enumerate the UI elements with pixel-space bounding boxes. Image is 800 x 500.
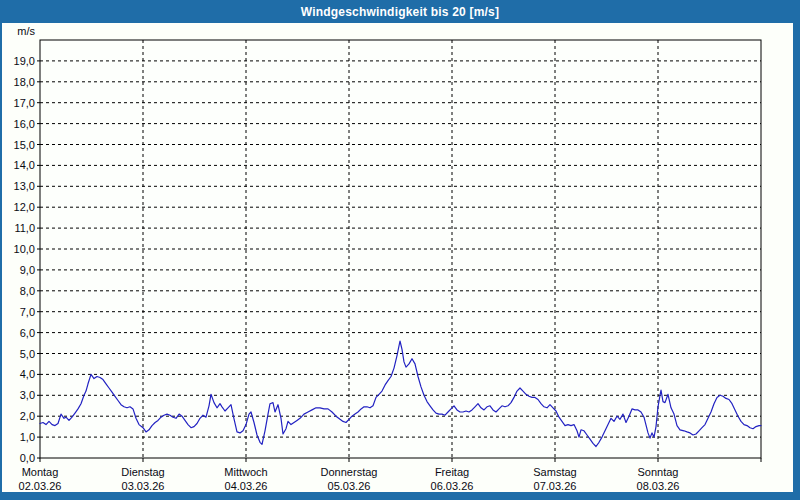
- day-name-label: Mittwoch: [224, 466, 267, 478]
- y-tick-label: 14,0: [14, 159, 35, 171]
- y-tick-label: 9,0: [20, 264, 35, 276]
- wind-speed-chart: 0,01,02,03,04,05,06,07,08,09,010,011,012…: [0, 0, 800, 500]
- day-date-label: 05.03.26: [328, 480, 371, 492]
- y-tick-label: 18,0: [14, 76, 35, 88]
- day-name-label: Freitag: [435, 466, 469, 478]
- y-tick-label: 15,0: [14, 139, 35, 151]
- day-date-label: 04.03.26: [225, 480, 268, 492]
- y-tick-label: 6,0: [20, 327, 35, 339]
- day-date-label: 06.03.26: [431, 480, 474, 492]
- y-tick-label: 1,0: [20, 431, 35, 443]
- y-tick-label: 19,0: [14, 55, 35, 67]
- y-tick-label: 11,0: [14, 222, 35, 234]
- day-name-label: Samstag: [533, 466, 576, 478]
- day-date-label: 08.03.26: [637, 480, 680, 492]
- y-tick-label: 0,0: [20, 452, 35, 464]
- y-tick-label: 10,0: [14, 243, 35, 255]
- day-date-label: 07.03.26: [534, 480, 577, 492]
- y-tick-label: 4,0: [20, 368, 35, 380]
- y-tick-label: 16,0: [14, 118, 35, 130]
- day-name-label: Dienstag: [121, 466, 164, 478]
- y-tick-label: 17,0: [14, 97, 35, 109]
- y-axis-unit-label: m/s: [17, 25, 35, 37]
- day-date-label: 03.03.26: [122, 480, 165, 492]
- y-tick-label: 8,0: [20, 285, 35, 297]
- y-tick-label: 5,0: [20, 348, 35, 360]
- day-name-label: Montag: [22, 466, 59, 478]
- app-window: Windgeschwindigkeit bis 20 [m/s] 0,01,02…: [0, 0, 800, 500]
- y-tick-label: 3,0: [20, 389, 35, 401]
- day-date-label: 02.03.26: [19, 480, 62, 492]
- y-tick-label: 12,0: [14, 201, 35, 213]
- y-tick-label: 13,0: [14, 180, 35, 192]
- day-name-label: Donnerstag: [321, 466, 378, 478]
- y-tick-label: 7,0: [20, 306, 35, 318]
- y-tick-label: 2,0: [20, 410, 35, 422]
- day-name-label: Sonntag: [638, 466, 679, 478]
